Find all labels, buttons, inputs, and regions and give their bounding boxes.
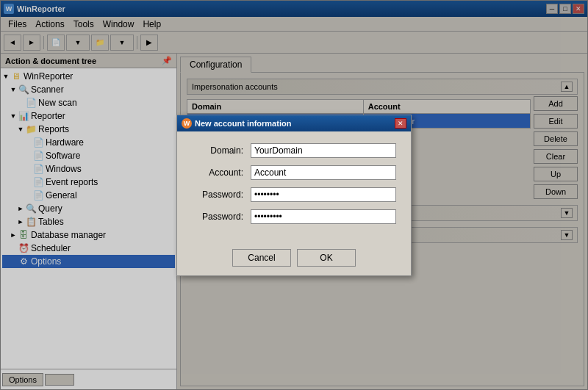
label-account: Account: (192, 167, 251, 178)
dialog-body: Domain: Account: Password: Password: (177, 131, 411, 243)
label-password1: Password: (192, 189, 251, 200)
form-row-password1: Password: (192, 187, 396, 202)
dialog-app-icon: W (182, 118, 192, 129)
form-row-domain: Domain: (192, 143, 396, 158)
new-account-dialog: W New account information ✕ Domain: Acco… (176, 115, 412, 276)
dialog-overlay: W New account information ✕ Domain: Acco… (0, 0, 588, 390)
dialog-title-bar: W New account information ✕ (177, 115, 411, 131)
label-domain: Domain: (192, 145, 251, 156)
input-domain[interactable] (251, 143, 396, 158)
dialog-footer: Cancel OK (177, 243, 411, 275)
cancel-button[interactable]: Cancel (232, 249, 291, 267)
dialog-title-left: W New account information (182, 118, 291, 129)
label-password2: Password: (192, 212, 251, 222)
form-row-password2: Password: (192, 209, 396, 224)
dialog-title: New account information (195, 119, 291, 128)
ok-button[interactable]: OK (297, 249, 356, 267)
input-password1[interactable] (251, 187, 396, 202)
input-account[interactable] (251, 165, 396, 180)
form-row-account: Account: (192, 165, 396, 180)
dialog-close-button[interactable]: ✕ (395, 118, 406, 129)
input-password2[interactable] (251, 209, 396, 224)
